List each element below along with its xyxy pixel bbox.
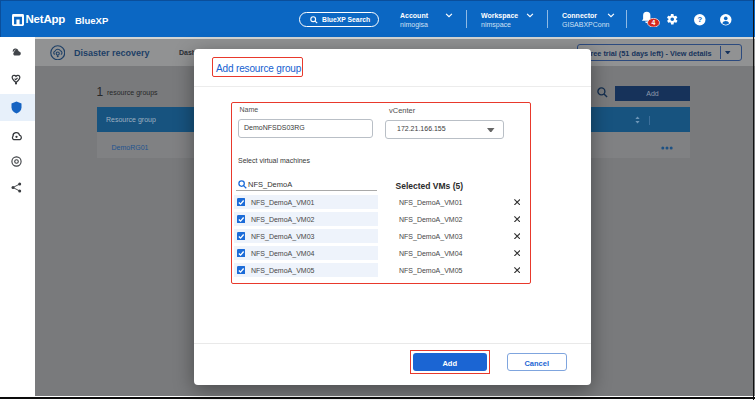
svg-text:?: ? [697, 15, 702, 24]
svg-text:4: 4 [651, 19, 655, 26]
